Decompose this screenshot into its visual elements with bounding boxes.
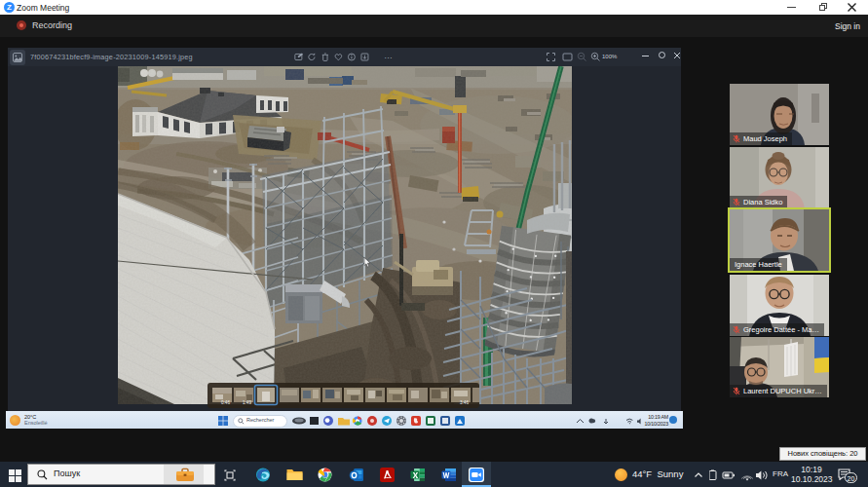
svg-text:0:46: 0:46 [221, 400, 230, 405]
svg-text:1:49: 1:49 [243, 400, 251, 405]
svg-text:3:46: 3:46 [460, 400, 469, 405]
